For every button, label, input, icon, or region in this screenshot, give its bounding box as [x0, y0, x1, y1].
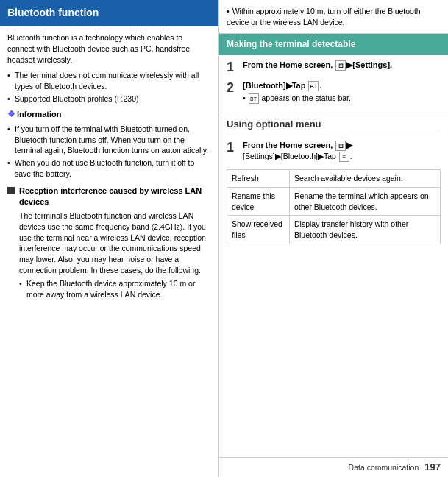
- status-icon: BT: [249, 93, 259, 104]
- reception-section: Reception interference caused by wireles…: [7, 186, 211, 300]
- home-icon-2: ⊞: [335, 141, 346, 151]
- step-1-content: From the Home screen, ⊞▶[Settings].: [243, 60, 441, 71]
- optional-step-content: From the Home screen, ⊞▶ [Settings]▶[Blu…: [243, 140, 441, 163]
- table-cell-refresh-label: Refresh: [227, 170, 290, 188]
- bullet-item-2: Supported Bluetooth profiles (P.230): [7, 93, 211, 105]
- table-row-rename: Rename this device Rename the terminal w…: [227, 187, 441, 215]
- intro-text: Bluetooth function is a technology which…: [7, 32, 211, 66]
- opt-step-sub: [Settings]▶[Bluetooth]▶Tap ≡.: [243, 151, 441, 162]
- table-cell-show-files-label: Show received files: [227, 216, 290, 244]
- optional-step-number: 1: [227, 140, 243, 156]
- table-cell-show-files-value: Display transfer history with other Blue…: [290, 216, 441, 244]
- info-title: ❖Information: [7, 108, 211, 121]
- menu-table-body: Refresh Search available devices again. …: [227, 170, 441, 244]
- reception-body: The terminal's Bluetooth function and wi…: [7, 211, 211, 300]
- table-cell-refresh-value: Search available devices again.: [290, 170, 441, 188]
- bluetooth-icon-box: BT: [308, 81, 319, 91]
- left-content: Bluetooth function is a technology which…: [0, 26, 218, 309]
- left-column: Bluetooth function Bluetooth function is…: [0, 0, 219, 477]
- step-2-sub: • BT appears on the status bar.: [243, 93, 441, 104]
- step-2-main: [Bluetooth]▶Tap BT.: [243, 80, 441, 91]
- top-bullet-text: •Within approximately 10 m, turn off eit…: [227, 6, 441, 27]
- right-top-section: •Within approximately 10 m, turn off eit…: [219, 0, 448, 34]
- table-row-refresh: Refresh Search available devices again.: [227, 170, 441, 188]
- footer-label: Data communication: [349, 462, 419, 473]
- info-bullet-2: When you do not use Bluetooth function, …: [7, 158, 211, 179]
- making-section-title: Making the terminal detectable: [219, 34, 448, 55]
- table-cell-rename-label: Rename this device: [227, 187, 290, 215]
- section-title-bluetooth: Bluetooth function: [0, 0, 218, 26]
- opt-step-main: From the Home screen, ⊞▶: [243, 140, 441, 151]
- page-container: Bluetooth function Bluetooth function is…: [0, 0, 448, 477]
- page-footer: Data communication 197: [219, 457, 448, 477]
- step-1-row: 1 From the Home screen, ⊞▶[Settings].: [227, 60, 441, 76]
- optional-menu-section: Using optional menu 1 From the Home scre…: [219, 113, 448, 244]
- step-2-number: 2: [227, 80, 243, 96]
- reception-title: Reception interference caused by wireles…: [19, 186, 211, 208]
- main-bullet-list: The terminal does not communicate wirele…: [7, 70, 211, 104]
- footer-number: 197: [424, 461, 441, 474]
- reception-header: Reception interference caused by wireles…: [7, 186, 211, 208]
- square-icon: [7, 187, 15, 194]
- info-section: ❖Information If you turn off the termina…: [7, 108, 211, 179]
- step-1-main: From the Home screen, ⊞▶[Settings].: [243, 60, 441, 71]
- right-column: •Within approximately 10 m, turn off eit…: [219, 0, 448, 477]
- step-1-number: 1: [227, 60, 243, 76]
- step-2-content: [Bluetooth]▶Tap BT. • BT appears on the …: [243, 80, 441, 105]
- menu-icon: ≡: [339, 152, 349, 162]
- home-icon-box: ⊞: [335, 60, 346, 71]
- optional-step-1: 1 From the Home screen, ⊞▶ [Settings]▶[B…: [227, 135, 441, 167]
- optional-menu-title: Using optional menu: [227, 113, 441, 135]
- step-2-row: 2 [Bluetooth]▶Tap BT. • BT appears on th…: [227, 80, 441, 105]
- table-cell-rename-value: Rename the terminal which appears on oth…: [290, 187, 441, 215]
- menu-table: Refresh Search available devices again. …: [227, 169, 441, 244]
- steps-section: 1 From the Home screen, ⊞▶[Settings]. 2 …: [219, 55, 448, 113]
- diamond-icon: ❖: [7, 109, 15, 119]
- reception-sub-bullet: Keep the Bluetooth device approximately …: [19, 278, 211, 300]
- bullet-item-1: The terminal does not communicate wirele…: [7, 70, 211, 91]
- table-row-show-files: Show received files Display transfer his…: [227, 216, 441, 244]
- info-bullet-list: If you turn off the terminal with Blueto…: [7, 124, 211, 179]
- info-bullet-1: If you turn off the terminal with Blueto…: [7, 124, 211, 156]
